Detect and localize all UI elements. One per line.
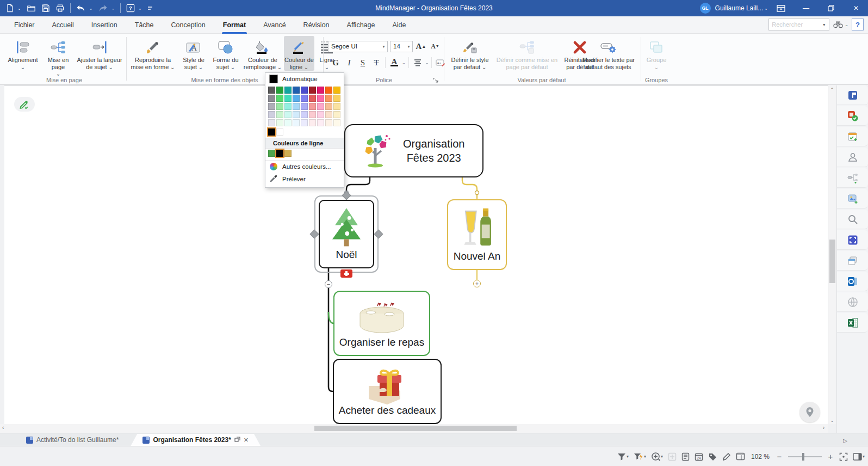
user-menu-chevron-icon[interactable]: ⌄: [764, 6, 768, 11]
color-swatch[interactable]: [284, 87, 292, 94]
scroll-up-icon[interactable]: ⌃: [828, 85, 836, 94]
vertical-scrollbar[interactable]: ⌃ ⌄: [828, 85, 836, 424]
customize-toolbar-icon[interactable]: [147, 5, 153, 11]
find-icon[interactable]: ⌄: [833, 20, 848, 29]
show-detail-icon[interactable]: ▾: [651, 452, 663, 461]
bold-button[interactable]: G: [330, 57, 342, 69]
color-swatch[interactable]: [317, 103, 324, 110]
underline-button[interactable]: S: [357, 57, 369, 69]
menu-tab-insertion[interactable]: Insertion: [83, 16, 126, 34]
collapse-button[interactable]: −: [325, 280, 332, 288]
scroll-left-icon[interactable]: ‹: [2, 425, 4, 431]
float-tab-icon[interactable]: [234, 437, 240, 443]
zoom-in-button[interactable]: +: [827, 452, 834, 461]
grow-font-button[interactable]: A▲: [415, 40, 427, 52]
sidebar-map-parts[interactable]: [837, 168, 868, 188]
window-view-icon[interactable]: [736, 452, 745, 461]
color-swatch[interactable]: [317, 87, 324, 94]
color-swatch[interactable]: [293, 95, 300, 102]
flag-marker-icon[interactable]: [340, 269, 352, 278]
color-swatch[interactable]: [268, 128, 275, 136]
color-swatch[interactable]: [293, 119, 300, 126]
sidebar-task-info[interactable]: [837, 127, 868, 146]
chevron-down-icon[interactable]: ▾: [405, 44, 412, 49]
color-swatch[interactable]: [301, 103, 308, 110]
page-layout-button[interactable]: Mise en page: [42, 36, 74, 77]
color-swatch[interactable]: [268, 119, 275, 126]
automatic-color-item[interactable]: Automatique: [265, 73, 344, 85]
panel-layout-icon[interactable]: ▾: [853, 453, 865, 461]
horizontal-scrollbar[interactable]: ‹ ›: [0, 424, 828, 433]
color-swatch[interactable]: [309, 103, 316, 110]
zoom-slider-handle[interactable]: [802, 453, 804, 461]
zoom-out-button[interactable]: −: [776, 452, 783, 461]
color-swatch[interactable]: [268, 111, 275, 118]
color-swatch[interactable]: [276, 95, 283, 102]
color-swatch[interactable]: [276, 111, 283, 118]
adjust-topic-width-button[interactable]: Ajuster la largeur de sujet: [75, 36, 124, 71]
menu-tab-avancé[interactable]: Avancé: [255, 16, 294, 34]
vertical-scroll-thumb[interactable]: [829, 240, 835, 283]
help-button[interactable]: ?: [852, 19, 864, 30]
ribbon-display-options-button[interactable]: [769, 0, 793, 16]
power-filter-icon[interactable]: ▾: [634, 453, 646, 461]
find-chevron-icon[interactable]: ⌄: [845, 22, 848, 27]
text-format-tool-button[interactable]: Aa: [435, 57, 447, 69]
user-name[interactable]: Guillaume Laill...: [715, 4, 764, 12]
topic-noel[interactable]: Noël: [319, 200, 374, 268]
topic-style-button[interactable]: A Style de sujet: [178, 36, 209, 71]
color-swatch[interactable]: [317, 119, 324, 126]
menu-tab-aide[interactable]: Aide: [383, 16, 414, 34]
text-align-chevron-icon[interactable]: ⌄: [425, 60, 429, 65]
shrink-font-button[interactable]: A▼: [429, 40, 441, 52]
color-swatch[interactable]: [284, 150, 292, 157]
menu-tab-conception[interactable]: Conception: [163, 16, 214, 34]
font-size-combo[interactable]: 14 ▾: [390, 41, 413, 52]
color-swatch[interactable]: [309, 87, 316, 94]
color-swatch[interactable]: [276, 87, 283, 94]
menu-tab-format[interactable]: Format: [214, 16, 255, 34]
color-swatch[interactable]: [325, 87, 332, 94]
color-swatch[interactable]: [284, 111, 292, 118]
print-icon[interactable]: [55, 4, 65, 13]
topic-cadeaux[interactable]: Acheter des cadeaux: [333, 359, 442, 424]
scroll-right-icon[interactable]: ›: [823, 425, 824, 431]
text-align-button[interactable]: [412, 57, 424, 69]
topic-shape-button[interactable]: Forme du sujet: [210, 36, 241, 71]
sidebar-search[interactable]: [837, 210, 868, 229]
color-swatch[interactable]: [333, 95, 340, 102]
alignment-button[interactable]: Alignement: [5, 36, 40, 70]
undo-chevron-icon[interactable]: ⌄: [89, 6, 93, 11]
sidebar-excel[interactable]: [837, 313, 868, 333]
help-icon[interactable]: ?: [126, 4, 135, 13]
color-swatch[interactable]: [301, 95, 308, 102]
map-canvas[interactable]: Organisation Fêtes 2023 Noël − Nou: [4, 85, 828, 424]
italic-button[interactable]: I: [343, 57, 355, 69]
new-document-icon[interactable]: [5, 4, 14, 13]
zoom-slider[interactable]: [788, 456, 822, 457]
color-swatch[interactable]: [268, 87, 275, 94]
expand-button[interactable]: +: [473, 280, 481, 287]
color-swatch[interactable]: [309, 95, 316, 102]
color-swatch[interactable]: [284, 95, 292, 102]
color-swatch[interactable]: [276, 103, 283, 110]
undo-icon[interactable]: [76, 4, 86, 13]
color-swatch[interactable]: [276, 150, 283, 157]
doc-tab-organisation-fetes[interactable]: Organisation Fêtes 2023* ✕: [131, 434, 261, 446]
sidebar-linked-windows[interactable]: [837, 251, 868, 271]
more-colors-item[interactable]: Autres couleurs...: [265, 160, 344, 173]
open-file-icon[interactable]: [27, 4, 36, 13]
pick-color-item[interactable]: Prélever: [265, 173, 344, 187]
fill-color-button[interactable]: Couleur de remplissage: [243, 36, 283, 71]
color-swatch[interactable]: [284, 103, 292, 110]
minimize-button[interactable]: —: [794, 0, 818, 16]
menu-tab-affichage[interactable]: Affichage: [338, 16, 384, 34]
coediting-indicator[interactable]: [14, 97, 35, 112]
new-document-chevron-icon[interactable]: ⌄: [17, 6, 21, 11]
menu-tab-accueil[interactable]: Accueil: [44, 16, 83, 34]
font-name-combo[interactable]: Segoe UI ▾: [328, 41, 388, 52]
color-swatch[interactable]: [333, 87, 340, 94]
save-icon[interactable]: [41, 4, 50, 13]
calendar-icon[interactable]: 24: [695, 452, 703, 461]
color-swatch[interactable]: [276, 119, 283, 126]
